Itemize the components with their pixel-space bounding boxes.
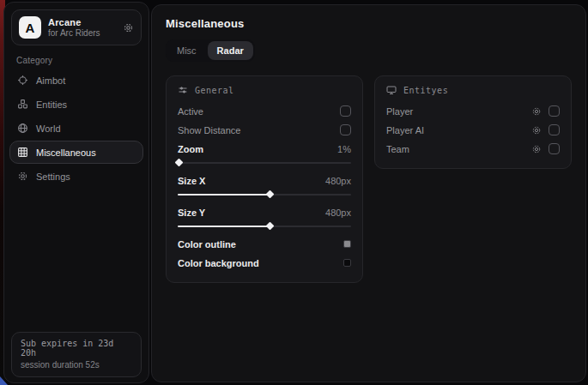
entities-card: Entityes Player Player AI [374, 75, 572, 169]
grid-icon [17, 147, 28, 158]
toggle-label: Show Distance [178, 125, 240, 135]
app-subtitle: for Arc Riders [48, 28, 116, 38]
color-outline-swatch[interactable] [343, 240, 351, 248]
sidebar-item-label: Aimbot [36, 75, 65, 86]
tab-radar[interactable]: Radar [208, 41, 253, 60]
page-title: Miscellaneous [166, 17, 572, 30]
entities-card-title: Entityes [403, 86, 448, 95]
boxes-icon [17, 99, 28, 110]
toggle-row-active: Active [178, 102, 351, 120]
sidebar-item-label: Settings [36, 171, 70, 182]
entity-row-player-ai: Player AI [386, 121, 560, 139]
main-panel: Miscellaneous Misc Radar General Active [151, 4, 586, 382]
slider-label: Zoom [178, 144, 203, 154]
general-card: General Active Show Distance Zoom 1% Siz… [166, 75, 363, 283]
sidebar-item-label: Miscellaneous [36, 147, 96, 158]
sidebar-item-entities[interactable]: Entities [9, 93, 143, 116]
category-label: Category [16, 56, 136, 65]
slider-thumb[interactable] [266, 190, 275, 199]
entity-label: Player AI [386, 125, 424, 135]
app-logo: A [19, 16, 41, 39]
toggle-label: Active [178, 106, 203, 117]
sidebar-item-world[interactable]: World [9, 117, 143, 140]
color-row-outline: Color outline [178, 235, 351, 253]
slider-value: 480px [325, 176, 351, 186]
entity-label: Team [386, 144, 409, 154]
slider-row-size-x: Size X 480px [178, 171, 351, 189]
sliders-icon [178, 85, 188, 95]
zoom-slider[interactable] [178, 159, 351, 166]
entity-row-team: Team [386, 140, 560, 158]
color-background-swatch[interactable] [343, 259, 351, 267]
slider-label: Size Y [178, 208, 205, 218]
entity-row-player: Player [386, 102, 560, 120]
tab-bar: Misc Radar [166, 39, 255, 62]
globe-icon [17, 123, 28, 134]
sidebar: A Arcane for Arc Riders Category Aimbot [3, 2, 149, 383]
slider-row-zoom: Zoom 1% [178, 140, 351, 158]
entity-label: Player [386, 106, 413, 117]
player-checkbox[interactable] [549, 105, 560, 117]
gear-icon [17, 171, 28, 182]
gear-icon[interactable] [531, 125, 542, 135]
slider-value: 480px [325, 208, 351, 218]
monitor-icon [386, 85, 397, 95]
sidebar-item-miscellaneous[interactable]: Miscellaneous [9, 141, 143, 164]
active-checkbox[interactable] [340, 105, 351, 117]
app-header-card[interactable]: A Arcane for Arc Riders [11, 9, 142, 45]
sidebar-item-label: World [36, 123, 61, 134]
tab-misc[interactable]: Misc [167, 41, 206, 60]
sub-expiry-text: Sub expires in 23d 20h [21, 339, 132, 358]
mouse-cursor [0, 376, 8, 385]
app-name: Arcane [48, 17, 116, 27]
gear-icon[interactable] [531, 106, 542, 117]
crosshair-icon [17, 75, 28, 86]
size-y-slider[interactable] [178, 222, 351, 230]
player-ai-checkbox[interactable] [549, 124, 560, 135]
color-label: Color background [178, 258, 259, 268]
general-card-title: General [195, 86, 234, 95]
sidebar-nav: Aimbot Entities World [4, 69, 149, 188]
gear-icon[interactable] [531, 144, 542, 154]
slider-thumb[interactable] [266, 222, 275, 231]
show-distance-checkbox[interactable] [340, 124, 351, 135]
sidebar-item-label: Entities [36, 99, 67, 110]
slider-value: 1% [337, 144, 351, 154]
color-label: Color outline [178, 239, 236, 250]
team-checkbox[interactable] [549, 143, 560, 154]
slider-label: Size X [178, 176, 205, 186]
size-x-slider[interactable] [178, 190, 351, 198]
toggle-row-show-distance: Show Distance [178, 121, 351, 139]
sidebar-item-settings[interactable]: Settings [9, 165, 143, 188]
color-row-background: Color background [178, 254, 351, 272]
slider-thumb[interactable] [175, 159, 184, 167]
sidebar-item-aimbot[interactable]: Aimbot [9, 69, 143, 92]
slider-row-size-y: Size Y 480px [178, 203, 351, 221]
subscription-info-card: Sub expires in 23d 20h session duration … [11, 332, 142, 377]
session-duration-text: session duration 52s [21, 360, 132, 370]
gear-icon[interactable] [123, 22, 134, 33]
